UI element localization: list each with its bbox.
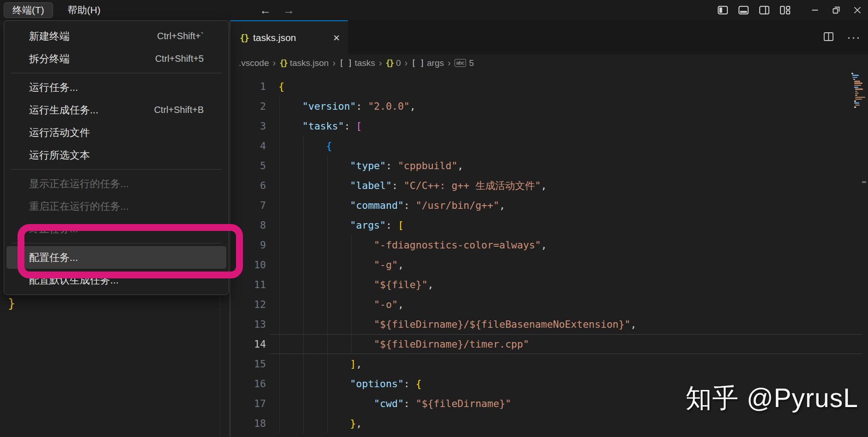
code-line-text: }, bbox=[278, 413, 362, 433]
menu-item[interactable]: 新建终端Ctrl+Shift+` bbox=[6, 25, 226, 47]
menu-separator bbox=[11, 169, 222, 170]
annotation-highlight-box bbox=[18, 224, 243, 278]
menubar-item-help[interactable]: 帮助(H) bbox=[59, 2, 109, 18]
breadcrumb-label: tasks.json bbox=[290, 58, 329, 68]
code-line-text: "args": [ bbox=[278, 215, 404, 235]
breadcrumb-label: args bbox=[427, 58, 444, 68]
code-line: 15 ], bbox=[230, 354, 868, 374]
code-line-text: ], bbox=[278, 354, 362, 374]
breadcrumb-label: .vscode bbox=[239, 58, 269, 68]
breadcrumb-item[interactable]: [ ]tasks bbox=[339, 58, 375, 68]
split-editor-icon[interactable] bbox=[822, 30, 835, 45]
menubar: 终端(T) 帮助(H) bbox=[4, 0, 109, 20]
left-editor-scrollbar[interactable] bbox=[220, 292, 220, 437]
toggle-primary-sidebar-icon[interactable] bbox=[716, 4, 729, 17]
editor-group: {} tasks.json ✕ ··· .vscode›{}tasks.json… bbox=[230, 20, 868, 437]
tab-close-icon[interactable]: ✕ bbox=[333, 33, 340, 43]
minimap-row bbox=[855, 91, 857, 92]
menu-item-label: 运行所选文本 bbox=[6, 148, 90, 162]
breadcrumb-separator-icon: › bbox=[448, 58, 451, 68]
code-line: 4 { bbox=[230, 136, 868, 156]
code-line-text: "${fileDirname}/timer.cpp" bbox=[278, 334, 529, 354]
json-file-icon: {} bbox=[240, 33, 248, 43]
overview-ruler-mark bbox=[862, 181, 866, 183]
titlebar: 终端(T) 帮助(H) ← → bbox=[0, 0, 868, 20]
tab-strip: {} tasks.json ✕ ··· bbox=[230, 20, 868, 54]
code-line: 13 "${fileDirname}/${fileBasenameNoExten… bbox=[230, 314, 868, 334]
menu-item-label: 运行生成任务... bbox=[6, 103, 98, 117]
line-number: 3 bbox=[230, 116, 266, 136]
menu-item[interactable]: 运行任务... bbox=[6, 76, 226, 99]
breadcrumb-item[interactable]: [ ]args bbox=[411, 58, 444, 68]
toggle-panel-icon[interactable] bbox=[737, 4, 750, 17]
line-number: 14 bbox=[230, 334, 266, 354]
breadcrumb-item[interactable]: {}0 bbox=[386, 58, 401, 68]
menu-item-label: 运行活动文件 bbox=[6, 126, 90, 140]
code-line: 2 "version": "2.0.0", bbox=[230, 96, 868, 116]
minimap-row bbox=[854, 100, 856, 102]
breadcrumb-separator-icon: › bbox=[379, 58, 382, 68]
menu-item-shortcut: Ctrl+Shift+B bbox=[154, 105, 226, 115]
tab-label: tasks.json bbox=[253, 32, 296, 43]
breadcrumb-item[interactable]: {}tasks.json bbox=[279, 58, 329, 68]
code-line: 6 "label": "C/C++: g++ 生成活动文件", bbox=[230, 176, 868, 195]
minimap-row bbox=[855, 89, 863, 90]
menu-item[interactable]: 运行生成任务...Ctrl+Shift+B bbox=[6, 99, 226, 121]
menu-item[interactable]: 拆分终端Ctrl+Shift+5 bbox=[6, 47, 226, 70]
code-line-text: { bbox=[278, 77, 284, 96]
object-symbol-icon: {} bbox=[386, 59, 393, 68]
close-window-button[interactable] bbox=[847, 0, 868, 20]
line-number: 1 bbox=[230, 77, 266, 96]
line-number: 12 bbox=[230, 295, 266, 314]
menu-item[interactable]: 运行所选文本 bbox=[6, 144, 226, 166]
array-symbol-icon: [ ] bbox=[339, 59, 352, 68]
menu-item[interactable]: 运行活动文件 bbox=[6, 121, 226, 144]
line-number: 18 bbox=[230, 413, 266, 433]
breadcrumb: .vscode›{}tasks.json›[ ]tasks›{}0›[ ]arg… bbox=[230, 54, 868, 71]
code-line-text: "options": { bbox=[278, 374, 422, 394]
minimap-row bbox=[854, 102, 859, 104]
minimap-row bbox=[854, 85, 861, 86]
menu-item-label: 新建终端 bbox=[6, 30, 70, 43]
minimize-button[interactable] bbox=[804, 0, 826, 20]
code-line: 8 "args": [ bbox=[230, 215, 868, 235]
line-number: 13 bbox=[230, 314, 266, 334]
toggle-secondary-sidebar-icon[interactable] bbox=[758, 4, 771, 17]
object-symbol-icon: {} bbox=[279, 59, 287, 68]
customize-layout-icon[interactable] bbox=[779, 4, 791, 17]
code-line: 5 "type": "cppbuild", bbox=[230, 156, 868, 176]
code-line-text: { bbox=[278, 136, 332, 156]
code-line-text: "version": "2.0.0", bbox=[278, 96, 416, 116]
minimap-row bbox=[854, 106, 856, 108]
line-number: 7 bbox=[230, 195, 266, 215]
code-line: 9 "-fdiagnostics-color=always", bbox=[230, 235, 868, 255]
breadcrumb-separator-icon: › bbox=[272, 58, 276, 68]
code-line-text: "-fdiagnostics-color=always", bbox=[278, 235, 547, 255]
code-line: 1{ bbox=[230, 77, 868, 96]
menu-item-label: 拆分终端 bbox=[6, 52, 70, 66]
breadcrumb-item[interactable]: .vscode bbox=[239, 58, 269, 68]
code-line: 3 "tasks": [ bbox=[230, 116, 868, 136]
minimap-row bbox=[854, 87, 858, 88]
nav-forward-icon[interactable]: → bbox=[283, 4, 295, 17]
breadcrumb-label: tasks bbox=[355, 58, 375, 68]
watermark: 知乎 @PyrusL bbox=[685, 381, 858, 416]
line-number: 11 bbox=[230, 275, 266, 295]
more-actions-icon[interactable]: ··· bbox=[847, 31, 861, 44]
menu-item-label: 重启正在运行的任务... bbox=[6, 200, 129, 213]
minimap-row bbox=[852, 75, 859, 76]
array-symbol-icon: [ ] bbox=[411, 59, 424, 68]
minimap[interactable] bbox=[851, 73, 867, 108]
tab-tasks-json[interactable]: {} tasks.json ✕ bbox=[230, 20, 348, 54]
menu-item: 重启正在运行的任务... bbox=[6, 195, 226, 218]
menu-item-shortcut: Ctrl+Shift+` bbox=[157, 31, 226, 41]
line-number: 15 bbox=[230, 354, 266, 374]
restore-button[interactable] bbox=[826, 0, 847, 20]
menu-item: 显示正在运行的任务... bbox=[6, 172, 226, 195]
minimap-row bbox=[853, 79, 855, 80]
menubar-item-terminal[interactable]: 终端(T) bbox=[4, 2, 53, 18]
nav-back-icon[interactable]: ← bbox=[260, 4, 271, 17]
breadcrumb-item[interactable]: abc5 bbox=[455, 58, 474, 68]
code-line: 10 "-g", bbox=[230, 255, 868, 275]
minimap-row bbox=[855, 105, 860, 106]
